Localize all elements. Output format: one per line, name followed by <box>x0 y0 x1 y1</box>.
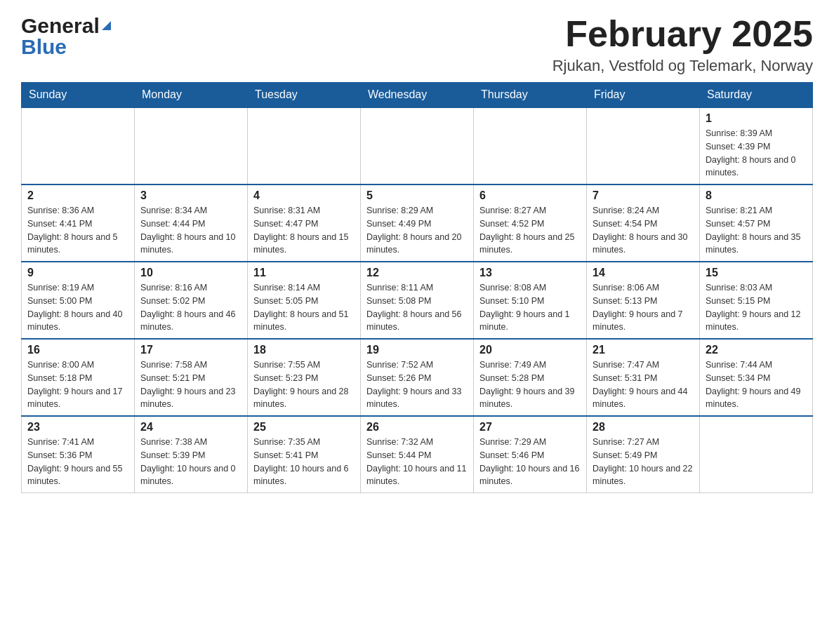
calendar-cell: 6Sunrise: 8:27 AMSunset: 4:52 PMDaylight… <box>474 185 587 262</box>
calendar-cell: 8Sunrise: 8:21 AMSunset: 4:57 PMDaylight… <box>700 185 813 262</box>
day-number: 6 <box>479 189 581 202</box>
day-info-text: Sunrise: 7:41 AMSunset: 5:36 PMDaylight:… <box>27 436 128 488</box>
day-info-text: Sunrise: 8:00 AMSunset: 5:18 PMDaylight:… <box>27 358 128 411</box>
day-number: 28 <box>593 421 694 434</box>
day-number: 20 <box>479 344 581 356</box>
page-header: General Blue February 2025 Rjukan, Vestf… <box>21 14 813 75</box>
calendar-cell <box>22 107 135 185</box>
day-of-week-header: Thursday <box>474 83 587 108</box>
calendar-week-row: 16Sunrise: 8:00 AMSunset: 5:18 PMDayligh… <box>22 339 813 416</box>
calendar-cell: 25Sunrise: 7:35 AMSunset: 5:41 PMDayligh… <box>248 416 361 493</box>
day-info-text: Sunrise: 8:34 AMSunset: 4:44 PMDaylight:… <box>140 204 241 257</box>
calendar-cell: 24Sunrise: 7:38 AMSunset: 5:39 PMDayligh… <box>135 416 248 493</box>
calendar-header-row: SundayMondayTuesdayWednesdayThursdayFrid… <box>22 83 813 108</box>
day-info-text: Sunrise: 7:29 AMSunset: 5:46 PMDaylight:… <box>479 436 581 488</box>
calendar-cell: 3Sunrise: 8:34 AMSunset: 4:44 PMDaylight… <box>135 185 248 262</box>
day-info-text: Sunrise: 7:32 AMSunset: 5:44 PMDaylight:… <box>366 436 468 488</box>
calendar-cell: 9Sunrise: 8:19 AMSunset: 5:00 PMDaylight… <box>22 262 135 339</box>
day-number: 9 <box>27 267 128 279</box>
calendar-cell <box>700 416 813 493</box>
day-number: 1 <box>706 112 807 125</box>
calendar-cell: 20Sunrise: 7:49 AMSunset: 5:28 PMDayligh… <box>474 339 587 416</box>
day-info-text: Sunrise: 8:19 AMSunset: 5:00 PMDaylight:… <box>27 281 128 334</box>
calendar-cell: 5Sunrise: 8:29 AMSunset: 4:49 PMDaylight… <box>361 185 474 262</box>
calendar-cell: 2Sunrise: 8:36 AMSunset: 4:41 PMDaylight… <box>22 185 135 262</box>
calendar-cell: 15Sunrise: 8:03 AMSunset: 5:15 PMDayligh… <box>700 262 813 339</box>
calendar-cell: 21Sunrise: 7:47 AMSunset: 5:31 PMDayligh… <box>587 339 700 416</box>
calendar-cell: 14Sunrise: 8:06 AMSunset: 5:13 PMDayligh… <box>587 262 700 339</box>
location-text: Rjukan, Vestfold og Telemark, Norway <box>552 57 813 75</box>
calendar-cell: 23Sunrise: 7:41 AMSunset: 5:36 PMDayligh… <box>22 416 135 493</box>
calendar-cell: 22Sunrise: 7:44 AMSunset: 5:34 PMDayligh… <box>700 339 813 416</box>
day-number: 17 <box>140 344 241 356</box>
month-title: February 2025 <box>552 14 813 54</box>
day-info-text: Sunrise: 8:16 AMSunset: 5:02 PMDaylight:… <box>140 281 241 334</box>
logo-blue-text: Blue <box>21 35 111 59</box>
day-info-text: Sunrise: 8:06 AMSunset: 5:13 PMDaylight:… <box>593 281 694 334</box>
calendar-cell: 7Sunrise: 8:24 AMSunset: 4:54 PMDaylight… <box>587 185 700 262</box>
day-info-text: Sunrise: 8:39 AMSunset: 4:39 PMDaylight:… <box>706 127 807 180</box>
day-info-text: Sunrise: 7:49 AMSunset: 5:28 PMDaylight:… <box>479 358 581 411</box>
day-number: 11 <box>253 267 355 279</box>
day-of-week-header: Monday <box>135 83 248 108</box>
day-number: 16 <box>27 344 128 356</box>
day-info-text: Sunrise: 8:03 AMSunset: 5:15 PMDaylight:… <box>706 281 807 334</box>
logo: General Blue <box>21 14 111 59</box>
day-info-text: Sunrise: 8:21 AMSunset: 4:57 PMDaylight:… <box>706 204 807 257</box>
calendar-cell: 17Sunrise: 7:58 AMSunset: 5:21 PMDayligh… <box>135 339 248 416</box>
day-number: 18 <box>253 344 355 356</box>
day-number: 7 <box>593 189 694 202</box>
calendar-cell: 12Sunrise: 8:11 AMSunset: 5:08 PMDayligh… <box>361 262 474 339</box>
calendar-cell: 28Sunrise: 7:27 AMSunset: 5:49 PMDayligh… <box>587 416 700 493</box>
day-info-text: Sunrise: 8:11 AMSunset: 5:08 PMDaylight:… <box>366 281 468 334</box>
title-block: February 2025 Rjukan, Vestfold og Telema… <box>552 14 813 75</box>
day-number: 24 <box>140 421 241 434</box>
day-number: 26 <box>366 421 468 434</box>
day-info-text: Sunrise: 7:58 AMSunset: 5:21 PMDaylight:… <box>140 358 241 411</box>
day-of-week-header: Friday <box>587 83 700 108</box>
day-number: 15 <box>706 267 807 279</box>
day-number: 4 <box>253 189 355 202</box>
calendar-week-row: 23Sunrise: 7:41 AMSunset: 5:36 PMDayligh… <box>22 416 813 493</box>
calendar-cell: 18Sunrise: 7:55 AMSunset: 5:23 PMDayligh… <box>248 339 361 416</box>
calendar-cell <box>361 107 474 185</box>
day-info-text: Sunrise: 8:27 AMSunset: 4:52 PMDaylight:… <box>479 204 581 257</box>
day-number: 27 <box>479 421 581 434</box>
day-info-text: Sunrise: 7:35 AMSunset: 5:41 PMDaylight:… <box>253 436 355 488</box>
calendar-table: SundayMondayTuesdayWednesdayThursdayFrid… <box>21 82 813 493</box>
day-number: 19 <box>366 344 468 356</box>
day-info-text: Sunrise: 7:27 AMSunset: 5:49 PMDaylight:… <box>593 436 694 488</box>
day-info-text: Sunrise: 8:36 AMSunset: 4:41 PMDaylight:… <box>27 204 128 257</box>
logo-triangle-icon <box>102 21 111 30</box>
day-info-text: Sunrise: 7:47 AMSunset: 5:31 PMDaylight:… <box>593 358 694 411</box>
calendar-week-row: 1Sunrise: 8:39 AMSunset: 4:39 PMDaylight… <box>22 107 813 185</box>
day-number: 23 <box>27 421 128 434</box>
day-of-week-header: Wednesday <box>361 83 474 108</box>
day-info-text: Sunrise: 8:08 AMSunset: 5:10 PMDaylight:… <box>479 281 581 334</box>
day-number: 22 <box>706 344 807 356</box>
calendar-cell: 10Sunrise: 8:16 AMSunset: 5:02 PMDayligh… <box>135 262 248 339</box>
day-of-week-header: Tuesday <box>248 83 361 108</box>
day-number: 10 <box>140 267 241 279</box>
calendar-cell <box>135 107 248 185</box>
day-number: 8 <box>706 189 807 202</box>
calendar-cell: 16Sunrise: 8:00 AMSunset: 5:18 PMDayligh… <box>22 339 135 416</box>
calendar-cell: 11Sunrise: 8:14 AMSunset: 5:05 PMDayligh… <box>248 262 361 339</box>
calendar-cell <box>474 107 587 185</box>
day-number: 3 <box>140 189 241 202</box>
day-info-text: Sunrise: 8:31 AMSunset: 4:47 PMDaylight:… <box>253 204 355 257</box>
calendar-cell <box>587 107 700 185</box>
day-info-text: Sunrise: 8:14 AMSunset: 5:05 PMDaylight:… <box>253 281 355 334</box>
logo-general-text: General <box>21 14 100 38</box>
day-info-text: Sunrise: 7:38 AMSunset: 5:39 PMDaylight:… <box>140 436 241 488</box>
calendar-week-row: 2Sunrise: 8:36 AMSunset: 4:41 PMDaylight… <box>22 185 813 262</box>
calendar-cell: 1Sunrise: 8:39 AMSunset: 4:39 PMDaylight… <box>700 107 813 185</box>
day-info-text: Sunrise: 7:44 AMSunset: 5:34 PMDaylight:… <box>706 358 807 411</box>
day-number: 2 <box>27 189 128 202</box>
day-info-text: Sunrise: 8:29 AMSunset: 4:49 PMDaylight:… <box>366 204 468 257</box>
calendar-week-row: 9Sunrise: 8:19 AMSunset: 5:00 PMDaylight… <box>22 262 813 339</box>
day-info-text: Sunrise: 8:24 AMSunset: 4:54 PMDaylight:… <box>593 204 694 257</box>
day-of-week-header: Sunday <box>22 83 135 108</box>
day-number: 14 <box>593 267 694 279</box>
day-number: 13 <box>479 267 581 279</box>
